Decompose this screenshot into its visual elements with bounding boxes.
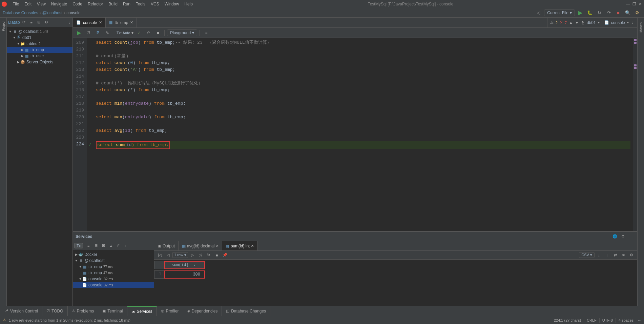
code-line-224[interactable]: select sum(id) from tb_emp; — [96, 141, 630, 149]
collapse-icon[interactable]: ≡ — [28, 19, 35, 26]
win-restore[interactable]: ❐ — [632, 2, 637, 6]
indent-settings[interactable]: 4 spaces — [619, 318, 633, 322]
globe-icon[interactable]: 🌐 — [611, 233, 618, 240]
refresh-icon[interactable]: ⟳ — [21, 19, 27, 26]
win-close[interactable]: ✕ — [638, 2, 643, 6]
console-chevron-icon[interactable]: ▾ — [627, 21, 629, 24]
back-button[interactable]: ◁ — [535, 9, 543, 17]
csv-dropdown[interactable]: CSV ▾ — [579, 252, 595, 258]
download-icon[interactable]: ↓ — [595, 252, 603, 259]
filter2-icon[interactable]: ⊿ — [107, 242, 114, 249]
menu-edit[interactable]: Edit — [22, 1, 34, 7]
tree-item-localhost[interactable]: ▼ 🖥 @localhost 1 of 5 — [7, 28, 72, 35]
tree-item-tables[interactable]: ▼ 📁 tables 2 — [7, 41, 72, 47]
win-minimize[interactable]: — — [626, 2, 630, 6]
breadcrumb-db-consoles[interactable]: Database Consoles — [3, 11, 38, 15]
tree-item-db01[interactable]: ▼ 🗄 db01 — [7, 35, 72, 41]
project-panel-toggle[interactable]: Project — [1, 19, 6, 33]
menu-file[interactable]: File — [10, 1, 22, 7]
result-settings-icon[interactable]: ⚙ — [628, 252, 635, 259]
more-options-icon[interactable]: ⋮ — [68, 20, 71, 24]
tab-console[interactable]: 📄 console ✕ — [73, 18, 106, 27]
current-file-dropdown[interactable]: Current File ▾ — [544, 9, 575, 16]
menu-refactor[interactable]: Refactor — [85, 1, 106, 7]
reload-button[interactable]: ↻ — [595, 9, 603, 17]
services-localhost[interactable]: ▼ 🖥 @localhost — [73, 258, 154, 264]
clock-icon[interactable]: ⏱ — [84, 29, 92, 37]
format-results-icon[interactable]: ≡ — [202, 29, 210, 37]
run-query-button[interactable]: ▶ — [75, 29, 83, 37]
db-selector[interactable]: db01 — [587, 20, 596, 25]
result-tab-output[interactable]: ▣ Output — [154, 241, 179, 250]
encoding[interactable]: UTF-8 — [602, 318, 613, 322]
align2-icon[interactable]: ⊟ — [92, 242, 99, 249]
tab-problems[interactable]: ⚠ Problems — [68, 306, 99, 316]
settings-icon[interactable]: ⚙ — [633, 9, 641, 17]
tree-item-tb-emp[interactable]: ▶ ▦ tb_emp — [7, 47, 72, 53]
result-tab-avg[interactable]: ▦ avg(id):decimal ✕ — [179, 241, 222, 250]
playground-button[interactable]: Playground ▾ — [167, 29, 197, 36]
menu-vcs[interactable]: VCS — [148, 1, 162, 7]
tree-item-tb-user[interactable]: ▶ ▦ tb_user — [7, 53, 72, 59]
menu-build[interactable]: Build — [106, 1, 120, 7]
stop-button[interactable]: ■ — [614, 9, 622, 17]
menu-tools[interactable]: Tools — [133, 1, 148, 7]
tab-tb-emp[interactable]: ▦ tb_emp ✕ — [106, 18, 137, 27]
view-icon[interactable]: 👁 — [620, 252, 627, 259]
tree-item-server-objects[interactable]: ▶ 📦 Server Objects — [7, 59, 72, 65]
tab-services[interactable]: ☁ Services — [127, 306, 157, 316]
upload-icon[interactable]: ↑ — [603, 252, 611, 259]
stop-results-icon[interactable]: ■ — [213, 252, 221, 259]
plus-icon[interactable]: + — [122, 242, 129, 249]
console-tab-close[interactable]: ✕ — [99, 20, 102, 25]
menu-run[interactable]: Run — [120, 1, 133, 7]
tx-dropdown-icon[interactable]: ▾ — [131, 31, 133, 35]
commit-icon[interactable]: ✓ — [135, 29, 143, 37]
code-editor[interactable]: 209 210 211 212 213 214 215 216 217 218 … — [73, 38, 637, 231]
tab-version-control[interactable]: ⎇ Version Control — [0, 306, 42, 316]
menu-code[interactable]: Code — [70, 1, 85, 7]
menu-view[interactable]: View — [34, 1, 48, 7]
db-chevron-icon[interactable]: ▾ — [598, 21, 600, 24]
run-button[interactable]: ▶ — [576, 9, 584, 17]
tab-profiler[interactable]: ◎ Profiler — [157, 306, 183, 316]
services-collapse-icon[interactable]: — — [628, 233, 635, 240]
grid-cell-sum-value[interactable]: 300 — [164, 270, 205, 279]
rows-selector[interactable]: 1 row ▾ — [172, 252, 188, 258]
menu-help[interactable]: Help — [182, 1, 195, 7]
scroll-up-icon[interactable]: ▲ — [569, 20, 573, 25]
stop-tx-icon[interactable]: ■ — [154, 29, 162, 37]
search-button[interactable]: 🔍 — [624, 9, 632, 17]
arrow-icon[interactable]: ↱ — [115, 242, 122, 249]
tab-dependencies[interactable]: ◈ Dependencies — [183, 306, 222, 316]
last-page-icon[interactable]: ▷| — [197, 252, 204, 259]
parameter-icon[interactable]: P — [94, 29, 102, 37]
services-console-parent[interactable]: ▼ 📄 console 32 ms — [73, 276, 154, 282]
pencil-icon[interactable]: ✎ — [103, 29, 111, 37]
next-page-icon[interactable]: ▷ — [189, 252, 196, 259]
scroll-down-icon[interactable]: ▼ — [575, 20, 579, 25]
step-over-button[interactable]: ↷ — [605, 9, 613, 17]
breadcrumb-localhost[interactable]: @localhost — [42, 11, 63, 15]
menu-window[interactable]: Window — [162, 1, 182, 7]
services-tb-emp-parent[interactable]: ▼ ▦ tb_emp 77 ms — [73, 264, 154, 270]
console-selector[interactable]: console — [611, 20, 625, 25]
editor-scrollbar[interactable] — [633, 38, 637, 231]
code-content[interactable]: select count(job) from tb_emp;-- 结果: 23 … — [93, 38, 633, 231]
services-settings-icon[interactable]: ⚙ — [620, 233, 626, 240]
services-console-child[interactable]: 📄 console 32 ms — [73, 282, 154, 288]
tab-database-changes[interactable]: ◫ Database Changes — [222, 306, 270, 316]
menu-navigate[interactable]: Navigate — [48, 1, 70, 7]
services-tb-emp-child[interactable]: ▦ tb_emp 47 ms — [73, 270, 154, 276]
reload-results-icon[interactable]: ↻ — [205, 252, 212, 259]
line-ending[interactable]: CRLF — [587, 318, 597, 322]
first-page-icon[interactable]: |◁ — [156, 252, 164, 259]
grid-sum-header[interactable]: `sum(id)` : — [164, 261, 205, 269]
prev-page-icon[interactable]: ◁ — [164, 252, 172, 259]
expand-icon[interactable]: ↔ — [638, 318, 641, 322]
compare-icon[interactable]: ⇄ — [611, 252, 619, 259]
tab-terminal[interactable]: ▣ Terminal — [98, 306, 127, 316]
group-icon[interactable]: ⊞ — [100, 242, 107, 249]
tab-todo[interactable]: ☑ TODO — [42, 306, 67, 316]
maven-panel-toggle[interactable]: Maven — [638, 19, 644, 36]
